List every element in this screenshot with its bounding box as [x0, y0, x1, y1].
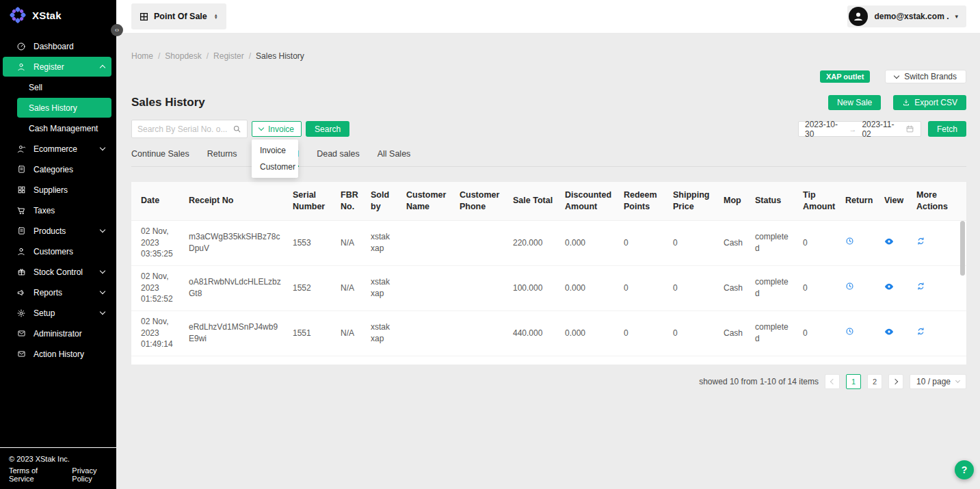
sidebar-item-customers[interactable]: Customers	[3, 241, 111, 261]
view-icon[interactable]	[884, 282, 894, 291]
copyright: © 2023 XStak Inc.	[9, 455, 116, 463]
cell-serial-number: 1553	[287, 220, 335, 265]
sidebar-item-sales-history[interactable]: Sales History	[17, 98, 111, 118]
cell-fbr-no: N/A	[335, 265, 365, 310]
cell-tip-amount: 0	[797, 310, 840, 356]
user-menu[interactable]: demo@xstak.com . ▾	[847, 5, 966, 27]
breadcrumb-home[interactable]: Home	[131, 51, 153, 61]
cell-mop: Cash	[718, 310, 750, 356]
col-return: Return	[840, 182, 879, 220]
date-range-picker[interactable]: 2023-10-30 → 2023-11-02	[798, 121, 921, 137]
sidebar-item-register[interactable]: Register	[3, 57, 111, 77]
range-arrow-icon: →	[849, 125, 856, 133]
breadcrumb: Home/Shopdesk/Register/Sales History	[131, 51, 966, 61]
table-row: 02 Nov, 2023 03:35:25m3aCWgB35kkSHBz78cD…	[131, 220, 966, 265]
date-to[interactable]: 2023-11-02	[862, 120, 900, 139]
tab-all-sales[interactable]: All Sales	[378, 147, 411, 166]
cell-customer-name	[401, 220, 454, 265]
help-button[interactable]: ?	[955, 460, 974, 479]
sidebar-item-action-history[interactable]: Action History	[3, 344, 111, 364]
chevron-down-icon	[100, 145, 105, 150]
cell-discounted-amount: 0.000	[559, 310, 618, 356]
person-tag-icon	[16, 144, 26, 154]
cell-receipt-no: m3aCWgB35kkSHBz78cDpuV	[183, 220, 287, 265]
cell-sale-total: 440.000	[507, 310, 559, 356]
sidebar-item-products[interactable]: Products	[3, 221, 111, 241]
export-csv-button[interactable]: Export CSV	[893, 95, 966, 110]
sidebar-item-administrator[interactable]: Administrator	[3, 323, 111, 343]
cart-icon	[16, 206, 26, 215]
tab-continue-sales[interactable]: Continue Sales	[131, 147, 189, 166]
cell-view	[879, 310, 911, 356]
sidebar-item-label: Suppliers	[34, 185, 68, 195]
sidebar-item-setup[interactable]: Setup	[3, 303, 111, 323]
sidebar-item-cash-management[interactable]: Cash Management	[17, 118, 111, 138]
search-input[interactable]	[137, 124, 233, 134]
breadcrumb-register[interactable]: Register	[213, 51, 244, 61]
date-from[interactable]: 2023-10-30	[805, 120, 843, 139]
outlet-badge: XAP outlet	[820, 70, 870, 83]
dropdown-option-customer[interactable]: Customer	[252, 159, 298, 175]
chevron-down-icon	[100, 309, 105, 315]
breadcrumb-shopdesk[interactable]: Shopdesk	[165, 51, 201, 61]
pagination-page-2[interactable]: 2	[867, 374, 882, 389]
search-button[interactable]: Search	[306, 121, 349, 137]
search-icon[interactable]	[233, 124, 241, 133]
sync-icon[interactable]	[916, 282, 925, 291]
col-view: View	[879, 182, 911, 220]
sidebar-item-label: Setup	[34, 308, 55, 318]
cell-view	[879, 220, 911, 265]
return-icon[interactable]	[845, 327, 854, 336]
sidebar-item-dashboard[interactable]: Dashboard	[3, 36, 111, 56]
sidebar-item-sell[interactable]: Sell	[17, 77, 111, 97]
col-sale-total: Sale Total	[507, 182, 559, 220]
sidebar-item-ecommerce[interactable]: Ecommerce	[3, 139, 111, 159]
sync-icon[interactable]	[916, 327, 925, 336]
terms-of-service-link[interactable]: Terms of Service	[9, 466, 62, 483]
sidebar-item-label: Cash Management	[29, 124, 98, 133]
page-size-select[interactable]: 10 / page	[910, 374, 966, 389]
tab-returns[interactable]: Returns	[207, 147, 237, 166]
view-icon[interactable]	[884, 328, 894, 336]
dropdown-option-invoice[interactable]: Invoice	[252, 142, 298, 159]
new-sale-button[interactable]: New Sale	[828, 95, 881, 110]
sidebar-item-stock-control[interactable]: Stock Control	[3, 262, 111, 282]
sidebar-item-suppliers[interactable]: Suppliers	[3, 180, 111, 200]
cell-more-actions	[911, 310, 966, 356]
search-type-dropdown-button[interactable]: Invoice	[252, 121, 302, 137]
col-mop: Mop	[718, 182, 750, 220]
sidebar-collapse-toggle[interactable]: ‹›	[111, 24, 123, 36]
pagination-next-button[interactable]	[888, 374, 903, 389]
pagination-page-1[interactable]: 1	[846, 374, 861, 389]
cell-sale-total: 220.000	[507, 220, 559, 265]
pagination-prev-button[interactable]	[825, 374, 840, 389]
tab-dead-sales[interactable]: Dead sales	[317, 147, 360, 166]
app-switcher[interactable]: Point Of Sale ▲▼	[131, 3, 226, 29]
table-scrollbar[interactable]	[960, 221, 965, 276]
chevron-right-icon	[892, 379, 898, 384]
sidebar-item-label: Action History	[34, 349, 84, 359]
cell-status: completed	[750, 310, 797, 356]
cell-receipt-no: eRdLhzVd1MSnPJ4wb9E9wi	[183, 310, 287, 356]
return-icon[interactable]	[845, 282, 854, 291]
logo-text: XStak	[32, 10, 62, 21]
sync-icon[interactable]	[916, 237, 925, 246]
return-icon[interactable]	[845, 237, 854, 246]
sidebar-item-categories[interactable]: Categories	[3, 159, 111, 179]
switch-brands-button[interactable]: Switch Brands	[885, 70, 966, 83]
cell-sold-by: xstak xap	[365, 265, 401, 310]
sidebar-item-label: Dashboard	[34, 42, 74, 51]
fetch-button[interactable]: Fetch	[928, 121, 966, 137]
collapse-icon: ‹›	[115, 27, 119, 34]
sidebar-item-label: Sell	[29, 83, 42, 92]
sidebar-item-reports[interactable]: Reports	[3, 282, 111, 302]
dashboard-icon	[16, 42, 26, 51]
view-icon[interactable]	[884, 237, 894, 246]
search-box	[131, 120, 248, 138]
sidebar-item-taxes[interactable]: Taxes	[3, 200, 111, 220]
privacy-policy-link[interactable]: Privacy Policy	[72, 466, 116, 483]
cell-shipping-price: 0	[667, 310, 718, 356]
select-arrows-icon: ▲▼	[214, 14, 218, 19]
cell-discounted-amount: 0.000	[559, 265, 618, 310]
pagination-summary: showed 10 from 1-10 of 14 items	[699, 377, 819, 386]
